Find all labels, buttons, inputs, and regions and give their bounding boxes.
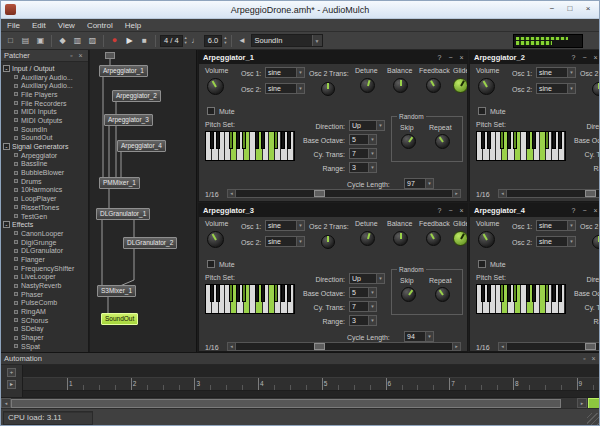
patch-node-soundout[interactable]: SoundOut xyxy=(101,313,138,325)
tree-item-soundout[interactable]: SoundOut xyxy=(3,134,88,143)
osc2-trans-knob[interactable] xyxy=(592,82,600,96)
black-key[interactable] xyxy=(242,132,246,149)
volume-knob[interactable] xyxy=(478,231,495,248)
black-key[interactable] xyxy=(500,285,504,302)
chevron-down-icon[interactable]: ▼ xyxy=(296,68,304,77)
tree-item-auxiliary-audio-[interactable]: Auxiliary Audio... xyxy=(3,81,88,90)
chevron-down-icon[interactable]: ▼ xyxy=(368,302,376,311)
pin-icon[interactable]: ▫ xyxy=(580,355,589,362)
chevron-down-icon[interactable]: ▼ xyxy=(567,237,575,246)
add-automation-button[interactable]: + xyxy=(7,368,16,377)
tree-item-shaper[interactable]: Shaper xyxy=(3,333,88,342)
spinner-down-icon[interactable]: ▾ xyxy=(224,41,226,46)
tree-item-midi-outputs[interactable]: MIDI Outputs xyxy=(3,116,88,125)
patch-node-arpeggiator_2[interactable]: Arpeggiator_2 xyxy=(112,90,161,102)
chevron-down-icon[interactable]: ▼ xyxy=(425,332,433,341)
tree-item-file-players[interactable]: File Players xyxy=(3,90,88,99)
rate-slider[interactable]: ◂▸ xyxy=(498,342,600,351)
minimize-icon[interactable]: − xyxy=(579,207,590,214)
mute-checkbox[interactable] xyxy=(478,107,486,115)
black-key[interactable] xyxy=(481,285,485,302)
balance-knob[interactable] xyxy=(393,231,408,246)
slider-left-arrow[interactable]: ◂ xyxy=(499,343,507,350)
tree-category[interactable]: -Input / Output xyxy=(3,64,88,73)
mute-checkbox[interactable] xyxy=(207,107,215,115)
direction-select[interactable]: Up▼ xyxy=(349,273,385,284)
tree-item-nastyreverb[interactable]: NastyReverb xyxy=(3,281,88,290)
play-button[interactable]: ▶ xyxy=(123,34,136,47)
automation-lane[interactable] xyxy=(23,365,600,377)
chevron-down-icon[interactable]: ▼ xyxy=(376,121,384,130)
osc1-select[interactable]: sine▼ xyxy=(536,67,576,78)
open-file-icon[interactable]: ▤ xyxy=(19,34,32,47)
tree-item-soundin[interactable]: SoundIn xyxy=(3,125,88,134)
minimize-icon[interactable]: − xyxy=(445,54,456,61)
paste-icon[interactable]: ▨ xyxy=(86,34,99,47)
help-icon[interactable]: ? xyxy=(434,207,445,214)
cy-trans-select[interactable]: 7▼ xyxy=(349,301,377,312)
glide-knob[interactable] xyxy=(453,78,467,93)
copy-icon[interactable]: ▥ xyxy=(71,34,84,47)
close-icon[interactable]: × xyxy=(589,355,598,362)
base-octave-select[interactable]: 5▼ xyxy=(349,134,377,145)
collapse-icon[interactable]: - xyxy=(3,65,10,72)
stop-button[interactable]: ■ xyxy=(138,34,151,47)
tree-item-flanger[interactable]: Flanger xyxy=(3,255,88,264)
black-key[interactable] xyxy=(526,132,530,149)
repeat-knob[interactable] xyxy=(435,287,450,302)
patch-node-arpeggiator_4[interactable]: Arpeggiator_4 xyxy=(117,140,166,152)
help-icon[interactable]: ? xyxy=(568,54,579,61)
pin-icon[interactable]: ▫ xyxy=(67,52,76,59)
slider-left-arrow[interactable]: ◂ xyxy=(228,190,236,197)
rate-slider[interactable]: ◂▸ xyxy=(227,189,461,198)
spinner-down-icon[interactable]: ▾ xyxy=(185,41,187,46)
slider-thumb[interactable] xyxy=(585,190,596,197)
black-key[interactable] xyxy=(236,132,240,149)
minimize-icon[interactable]: − xyxy=(445,207,456,214)
time-signature-field[interactable]: 4 / 4 xyxy=(160,35,183,47)
patch-node-arpeggiator_1[interactable]: Arpeggiator_1 xyxy=(99,65,148,77)
cycle-length-select[interactable]: 94▼ xyxy=(404,331,434,342)
osc2-select[interactable]: sine▼ xyxy=(265,83,305,94)
scrollbar-thumb[interactable] xyxy=(11,399,561,408)
black-key[interactable] xyxy=(487,132,491,149)
tree-item-auxiliary-audio-[interactable]: Auxiliary Audio... xyxy=(3,73,88,82)
rate-slider[interactable]: ◂▸ xyxy=(227,342,461,351)
chevron-down-icon[interactable]: ▼ xyxy=(567,221,575,230)
window-maximize-button[interactable]: □ xyxy=(561,2,579,16)
tree-item-loopplayer[interactable]: LoopPlayer xyxy=(3,194,88,203)
menu-help[interactable]: Help xyxy=(119,19,147,32)
black-key[interactable] xyxy=(242,285,246,302)
chevron-down-icon[interactable]: ▼ xyxy=(368,316,376,325)
chevron-down-icon[interactable]: ▼ xyxy=(567,68,575,77)
slider-right-arrow[interactable]: ▸ xyxy=(452,190,460,197)
tree-item-phaser[interactable]: Phaser xyxy=(3,290,88,299)
automation-scrollbar[interactable]: ◂ ▸ xyxy=(1,397,600,408)
chevron-down-icon[interactable]: ▼ xyxy=(368,288,376,297)
direction-select[interactable]: Up▼ xyxy=(349,120,385,131)
slider-left-arrow[interactable]: ◂ xyxy=(499,190,507,197)
panel-header[interactable]: Arpeggiator_2?−× xyxy=(470,51,600,64)
range-select[interactable]: 3▼ xyxy=(349,162,377,173)
save-file-icon[interactable]: ▣ xyxy=(34,34,47,47)
black-key[interactable] xyxy=(210,285,214,302)
tree-item-rissettones[interactable]: RissetTones xyxy=(3,203,88,212)
menu-control[interactable]: Control xyxy=(81,19,119,32)
black-key[interactable] xyxy=(255,132,259,149)
chevron-down-icon[interactable]: ▼ xyxy=(296,221,304,230)
collapse-icon[interactable]: - xyxy=(3,143,10,150)
tree-item-sspat[interactable]: SSpat xyxy=(3,342,88,351)
chevron-down-icon[interactable]: ▼ xyxy=(296,84,304,93)
detune-knob[interactable] xyxy=(360,231,375,246)
tree-item-digigrunge[interactable]: DigiGrunge xyxy=(3,238,88,247)
timeline-ruler[interactable]: 123456789 xyxy=(23,377,600,391)
close-icon[interactable]: × xyxy=(456,54,467,61)
tempo-spinner[interactable]: ▴▾ xyxy=(224,36,226,45)
tree-category[interactable]: -Effects xyxy=(3,220,88,229)
help-icon[interactable]: ? xyxy=(568,207,579,214)
chevron-down-icon[interactable]: ▼ xyxy=(567,84,575,93)
slider-thumb[interactable] xyxy=(314,190,325,197)
window-close-button[interactable]: × xyxy=(579,2,597,16)
tree-item-bubbleblower[interactable]: BubbleBlower xyxy=(3,168,88,177)
osc1-select[interactable]: sine▼ xyxy=(265,67,305,78)
